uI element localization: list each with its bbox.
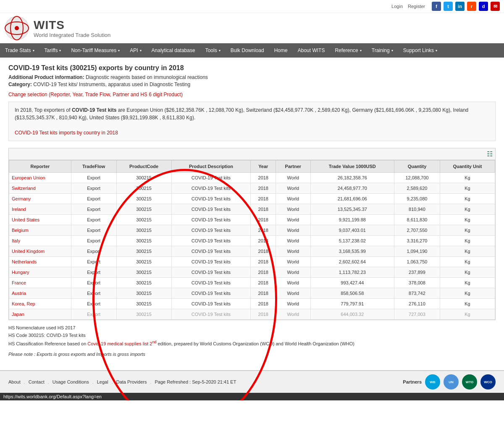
table-cell: 300215 <box>116 267 171 278</box>
table-cell: Export <box>71 299 116 309</box>
nav-bar: Trade Stats▾Tariffs▾Non-Tariff Measures▾… <box>0 43 504 58</box>
table-cell[interactable]: Netherlands <box>9 257 71 267</box>
table-cell[interactable]: Germany <box>9 194 71 204</box>
table-cell[interactable]: Hungary <box>9 267 71 278</box>
reporter-link[interactable]: Germany <box>12 196 31 201</box>
reporter-link[interactable]: Austria <box>12 291 26 296</box>
covid-supplies-link[interactable]: Covid-19 medical supplies list 2nd <box>87 341 156 346</box>
change-selection-link[interactable]: Change selection (Reporter, Year, Trade … <box>8 92 496 97</box>
table-cell: 2018 <box>251 267 276 278</box>
table-cell: 1,063,750 <box>394 257 440 267</box>
table-cell[interactable]: Japan <box>9 309 71 320</box>
wits-logo[interactable] <box>4 16 29 41</box>
reporter-link[interactable]: Japan <box>12 312 24 317</box>
table-cell[interactable]: Austria <box>9 288 71 299</box>
reporter-link[interactable]: European Union <box>12 175 45 180</box>
table-cell: 300215 <box>116 309 171 320</box>
reporter-link[interactable]: Italy <box>12 238 20 243</box>
table-cell: 21,681,696.06 <box>310 194 394 204</box>
reporter-link[interactable]: Hungary <box>12 270 29 275</box>
logo-text: WITS World Integrated Trade Solution <box>34 18 110 38</box>
facebook-icon[interactable]: f <box>432 2 441 11</box>
table-cell: 237,899 <box>394 267 440 278</box>
delicious-icon[interactable]: d <box>479 2 488 11</box>
nav-item-analytical-database[interactable]: Analytical database <box>147 43 200 58</box>
table-cell[interactable]: France <box>9 278 71 288</box>
table-cell: 779,797.91 <box>310 299 394 309</box>
footer-link-usage-conditions[interactable]: Usage Conditions <box>52 379 89 384</box>
nav-item-api[interactable]: API▾ <box>125 43 146 58</box>
reddit-icon[interactable]: r <box>467 2 476 11</box>
table-cell: COVID-19 Test kits <box>171 236 251 246</box>
reporter-link[interactable]: Ireland <box>12 207 26 212</box>
table-cell: World <box>276 288 310 299</box>
nav-item-bulk-download[interactable]: Bulk Download <box>226 43 269 58</box>
linkedin-icon[interactable]: in <box>455 2 465 11</box>
product-info-line1: Additional Product information: Diagnost… <box>8 74 496 80</box>
footer-link-contact[interactable]: Contact <box>29 379 45 384</box>
reporter-link[interactable]: Korea, Rep <box>12 301 35 306</box>
reporter-link[interactable]: Netherlands <box>12 259 37 264</box>
table-cell: 727,003 <box>394 309 440 320</box>
col-header-quantity-unit: Quantity Unit <box>440 160 495 173</box>
nav-item-tools[interactable]: Tools▾ <box>200 43 226 58</box>
table-cell: 2018 <box>251 183 276 194</box>
table-cell: COVID-19 Test kits <box>171 267 251 278</box>
table-cell: 300215 <box>116 204 171 215</box>
top-bar: Login Register f t in r d ✉ <box>0 0 504 13</box>
nav-item-support-links[interactable]: Support Links▾ <box>398 43 442 58</box>
reporter-link[interactable]: United Kingdom <box>12 249 45 254</box>
table-cell: 2018 <box>251 215 276 225</box>
table-cell[interactable]: European Union <box>9 173 71 183</box>
table-row: European UnionExport300215COVID-19 Test … <box>9 173 495 183</box>
table-cell: 644,003.32 <box>310 309 394 320</box>
nav-item-non-tariff-measures[interactable]: Non-Tariff Measures▾ <box>66 43 125 58</box>
footer: About.Contact.Usage Conditions.Legal.Dat… <box>0 370 504 393</box>
table-cell: COVID-19 Test kits <box>171 257 251 267</box>
table-cell: Export <box>71 173 116 183</box>
table-cell[interactable]: Belgium <box>9 225 71 236</box>
table-cell: 378,008 <box>394 278 440 288</box>
svg-point-3 <box>15 26 19 30</box>
table-cell: 2018 <box>251 288 276 299</box>
page-refreshed: Page Refreshed : Sep-5-2020 21:41 ET <box>155 379 236 384</box>
nav-item-home[interactable]: Home <box>269 43 293 58</box>
table-cell[interactable]: Ireland <box>9 204 71 215</box>
table-cell[interactable]: Switzerland <box>9 183 71 194</box>
table-cell: 9,235,080 <box>394 194 440 204</box>
nav-item-about-wits[interactable]: About WITS <box>293 43 330 58</box>
register-link[interactable]: Register <box>408 4 425 9</box>
excel-export-icon[interactable]: ☷ <box>487 150 493 158</box>
table-cell: World <box>276 225 310 236</box>
table-cell: 300215 <box>116 299 171 309</box>
footer-link-data-providers[interactable]: Data Providers <box>116 379 147 384</box>
footer-link-about[interactable]: About <box>8 379 21 384</box>
table-cell: COVID-19 Test kits <box>171 194 251 204</box>
reporter-link[interactable]: France <box>12 280 26 285</box>
nav-item-trade-stats[interactable]: Trade Stats▾ <box>0 43 39 58</box>
reporter-link[interactable]: Switzerland <box>12 186 36 191</box>
footer-link-legal[interactable]: Legal <box>97 379 108 384</box>
reporter-link[interactable]: United States <box>12 217 39 222</box>
table-cell[interactable]: Korea, Rep <box>9 299 71 309</box>
nav-item-reference[interactable]: Reference▾ <box>330 43 366 58</box>
wco-partner-logo: WCO <box>480 374 496 389</box>
imports-link[interactable]: COVID-19 Test kits imports by country in… <box>15 130 118 136</box>
table-cell[interactable]: United States <box>9 215 71 225</box>
footnote-line2: HS Code 300215: COVID-19 Test kits <box>8 332 496 339</box>
table-cell: Export <box>71 225 116 236</box>
table-cell: World <box>276 246 310 257</box>
email-icon[interactable]: ✉ <box>491 2 500 11</box>
table-cell: Kg <box>440 183 495 194</box>
twitter-icon[interactable]: t <box>444 2 453 11</box>
logo-subtitle: World Integrated Trade Solution <box>34 32 110 38</box>
nav-item-training[interactable]: Training▾ <box>367 43 398 58</box>
table-cell: Export <box>71 309 116 320</box>
table-cell: COVID-19 Test kits <box>171 299 251 309</box>
table-cell[interactable]: United Kingdom <box>9 246 71 257</box>
reporter-link[interactable]: Belgium <box>12 228 29 233</box>
table-cell[interactable]: Italy <box>9 236 71 246</box>
wto-partner-logo: WTO <box>462 374 477 389</box>
nav-item-tariffs[interactable]: Tariffs▾ <box>39 43 66 58</box>
login-link[interactable]: Login <box>391 4 403 9</box>
